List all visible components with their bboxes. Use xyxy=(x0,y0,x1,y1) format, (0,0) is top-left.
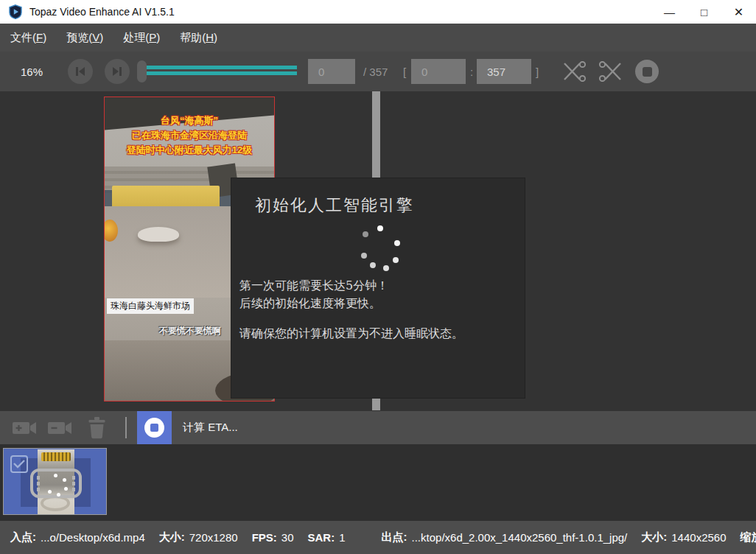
total-frames-label: / 357 xyxy=(363,52,388,91)
statusbar: 入点: ...o/Desktop/x6d.mp4 大小: 720x1280 FP… xyxy=(0,521,756,554)
prev-frame-button[interactable] xyxy=(68,59,93,84)
spinner-dot xyxy=(370,262,376,268)
headline-line-2: 已在珠海市金湾区沿海登陆 xyxy=(105,128,274,143)
out-size-value: 1440x2560 xyxy=(671,531,726,544)
menu-process[interactable]: 处理(P) xyxy=(123,31,160,45)
status-out-point: 出点: ...ktop/x6d_2.00x_1440x2560_thf-1.0.… xyxy=(382,530,628,544)
spinner-dot xyxy=(393,257,399,263)
sar-value: 1 xyxy=(339,531,345,544)
dialog-line-2: 后续的初始化速度将更快。 xyxy=(239,295,463,312)
workspace: 台风“海高斯” 已在珠海市金湾区沿海登陆 登陆时中心附近最大风力12级 珠海白藤… xyxy=(0,91,756,411)
trim-colon: : xyxy=(470,52,473,91)
thumb-spinner-dot xyxy=(57,493,60,497)
timeline-slider-handle[interactable] xyxy=(137,60,147,83)
app-logo-icon xyxy=(8,4,23,19)
maximize-icon[interactable]: □ xyxy=(687,0,721,24)
status-in-point: 入点: ...o/Desktop/x6d.mp4 xyxy=(10,530,145,544)
dialog-title: 初始化人工智能引擎 xyxy=(255,194,414,217)
spinner-dot xyxy=(383,265,389,271)
init-engine-dialog: 初始化人工智能引擎 第一次可能需要长达5分钟！ 后续的初始化速度将更快。 请确保… xyxy=(231,178,525,399)
dialog-line-1: 第一次可能需要长达5分钟！ xyxy=(239,277,463,295)
spinner-dot xyxy=(377,225,383,231)
fps-label: FPS: xyxy=(252,531,277,544)
stop-square-icon xyxy=(144,418,164,438)
minimize-icon[interactable]: — xyxy=(652,0,687,24)
fps-value: 30 xyxy=(281,531,294,544)
thumb-spinner-dot xyxy=(64,487,68,491)
clip-checkbox[interactable] xyxy=(10,455,28,473)
status-in-size: 大小: 720x1280 xyxy=(159,530,238,544)
trim-bracket-open: [ xyxy=(403,52,406,91)
eta-status: 计算 ETA... xyxy=(183,411,238,444)
trim-out-scissors-icon[interactable] xyxy=(598,61,623,82)
process-bar-divider xyxy=(125,417,127,438)
filmstrip-icon xyxy=(29,468,83,499)
out-label: 出点: xyxy=(382,530,407,544)
clip-list xyxy=(0,444,756,521)
video-location-label: 珠海白藤头海鲜市场 xyxy=(107,298,194,314)
app-window: Topaz Video Enhance AI V1.5.1 — □ ✕ 文件(F… xyxy=(0,0,756,554)
dialog-line-3: 请确保您的计算机设置为不进入睡眠状态。 xyxy=(239,325,463,343)
in-size-value: 720x1280 xyxy=(189,531,238,544)
zoom-label: 缩放: xyxy=(741,530,756,544)
dialog-body: 第一次可能需要长达5分钟！ 后续的初始化速度将更快。 请确保您的计算机设置为不进… xyxy=(239,277,463,343)
in-value: ...o/Desktop/x6d.mp4 xyxy=(41,531,145,544)
thumb-spinner-dot xyxy=(63,478,66,482)
titlebar: Topaz Video Enhance AI V1.5.1 — □ ✕ xyxy=(0,0,756,24)
status-fps: FPS: 30 xyxy=(252,531,294,544)
current-frame-input[interactable] xyxy=(308,59,355,84)
menu-preview[interactable]: 预览(V) xyxy=(66,31,103,45)
spinner-dot xyxy=(394,240,400,246)
stop-processing-button[interactable] xyxy=(137,411,172,444)
thumbnail-headline-art xyxy=(41,452,71,461)
process-bar: 计算 ETA... xyxy=(0,411,756,444)
trim-start-input[interactable] xyxy=(411,59,466,84)
menu-file[interactable]: 文件(F) xyxy=(10,31,46,45)
spinner-dot xyxy=(363,231,368,237)
clip-item-selected[interactable] xyxy=(3,448,107,515)
video-caption: 不要慌不要慌啊 xyxy=(159,325,221,337)
skip-to-end-icon xyxy=(112,66,122,77)
dialog-spacer xyxy=(239,312,463,325)
window-title: Topaz Video Enhance AI V1.5.1 xyxy=(29,6,175,18)
zoom-readout: 16% xyxy=(21,52,43,91)
thumb-spinner-dot xyxy=(54,474,57,477)
out-size-label: 大小: xyxy=(641,530,667,544)
remove-clip-button[interactable] xyxy=(47,418,74,438)
status-zoom: 缩放: 200% xyxy=(741,530,756,544)
status-sar: SAR: 1 xyxy=(308,531,346,544)
trim-bracket-close: ] xyxy=(536,52,539,91)
stop-circle-icon xyxy=(643,67,652,77)
headline-line-1: 台风“海高斯” xyxy=(105,113,274,128)
close-icon[interactable]: ✕ xyxy=(721,0,756,24)
playback-toolbar: 16% / 357 [ : ] xyxy=(0,52,756,91)
video-art-submerged-car xyxy=(138,227,179,242)
delete-clip-button[interactable] xyxy=(87,416,107,439)
timeline-track-top[interactable] xyxy=(147,66,297,69)
stop-preview-button[interactable] xyxy=(635,60,659,83)
skip-to-start-icon xyxy=(75,66,85,77)
menu-help[interactable]: 帮助(H) xyxy=(180,31,217,45)
in-label: 入点: xyxy=(10,530,36,544)
window-controls: — □ ✕ xyxy=(652,0,756,24)
sar-label: SAR: xyxy=(308,531,335,544)
out-value: ...ktop/x6d_2.00x_1440x2560_thf-1.0.1_jp… xyxy=(412,531,628,544)
trim-in-scissors-icon[interactable] xyxy=(561,61,587,82)
check-icon xyxy=(13,460,25,469)
status-out-size: 大小: 1440x2560 xyxy=(641,530,726,544)
next-frame-button[interactable] xyxy=(105,59,130,84)
in-size-label: 大小: xyxy=(159,530,185,544)
timeline-track-bottom[interactable] xyxy=(147,71,297,75)
headline-line-3: 登陆时中心附近最大风力12级 xyxy=(105,143,274,158)
video-overlay-headline: 台风“海高斯” 已在珠海市金湾区沿海登陆 登陆时中心附近最大风力12级 xyxy=(105,113,274,158)
spinner-dot xyxy=(361,253,367,259)
trim-end-input[interactable] xyxy=(477,59,531,84)
add-clip-button[interactable] xyxy=(12,418,38,438)
thumb-spinner-dot xyxy=(48,490,52,494)
menubar: 文件(F) 预览(V) 处理(P) 帮助(H) xyxy=(0,24,756,52)
